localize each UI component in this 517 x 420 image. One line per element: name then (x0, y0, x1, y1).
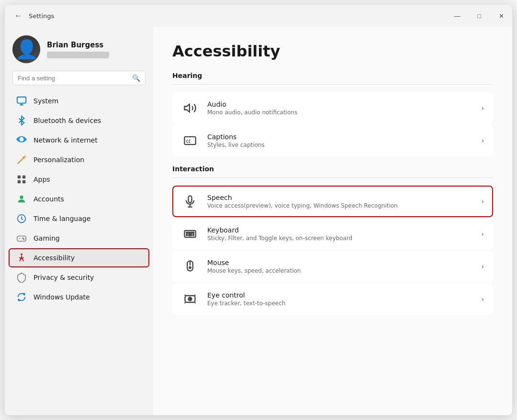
accessibility-icon (16, 253, 27, 263)
sidebar-item-time[interactable]: Time & language (9, 209, 149, 228)
network-icon (16, 135, 27, 145)
sidebar-item-gaming[interactable]: Gaming (9, 229, 149, 248)
mouse-text: Mouse Mouse keys, speed, acceleration (207, 259, 472, 274)
audio-desc: Mono audio, audio notifications (207, 109, 472, 116)
page-title: Accessibility (172, 42, 493, 60)
eye-control-card[interactable]: Eye control Eye tracker, text-to-speech … (172, 283, 493, 315)
bluetooth-icon (16, 115, 27, 126)
sidebar-label-gaming: Gaming (34, 234, 60, 242)
svg-point-26 (188, 232, 189, 233)
svg-rect-5 (22, 176, 25, 178)
captions-icon: CC (181, 132, 199, 149)
keyboard-text: Keyboard Sticky, Filter, and Toggle keys… (207, 226, 472, 242)
sidebar-label-time: Time & language (34, 215, 90, 222)
svg-line-3 (18, 156, 26, 164)
svg-rect-20 (189, 196, 192, 202)
main-layout: Brian Burgess 🔍 System (5, 27, 512, 415)
eye-control-title: Eye control (207, 291, 472, 299)
sidebar-label-apps: Apps (34, 176, 50, 183)
user-email (47, 52, 109, 58)
search-input[interactable] (18, 75, 129, 82)
speech-card[interactable]: Speech Voice access(preview), voice typi… (172, 186, 493, 217)
svg-point-25 (186, 232, 187, 233)
svg-rect-0 (17, 97, 26, 103)
svg-point-30 (186, 234, 187, 235)
close-button[interactable]: ✕ (490, 5, 512, 27)
interaction-section-label: Interaction (172, 165, 493, 173)
audio-card[interactable]: Audio Mono audio, audio notifications › (172, 92, 493, 124)
speech-title: Speech (207, 194, 472, 201)
avatar-image (12, 35, 40, 63)
user-profile[interactable]: Brian Burgess (5, 31, 153, 71)
eye-control-chevron: › (481, 295, 484, 303)
sidebar-item-bluetooth[interactable]: Bluetooth & devices (9, 111, 149, 130)
accounts-icon (16, 194, 27, 204)
sidebar-label-privacy: Privacy & security (34, 274, 94, 281)
maximize-button[interactable]: □ (468, 5, 490, 27)
search-container: 🔍 (5, 71, 153, 91)
sidebar-item-accounts[interactable]: Accounts (9, 189, 149, 209)
hearing-section: Hearing Audio (172, 72, 493, 156)
svg-point-35 (189, 267, 191, 269)
captions-title: Captions (207, 133, 472, 141)
eye-control-text: Eye control Eye tracker, text-to-speech (207, 291, 472, 307)
captions-chevron: › (481, 137, 484, 144)
captions-text: Captions Styles, live captions (207, 133, 472, 148)
update-icon (16, 292, 27, 302)
captions-desc: Styles, live captions (207, 142, 472, 148)
mouse-card[interactable]: Mouse Mouse keys, speed, acceleration › (172, 251, 493, 282)
keyboard-chevron: › (481, 230, 484, 238)
interaction-cards: Speech Voice access(preview), voice typi… (172, 186, 493, 315)
sidebar-item-privacy[interactable]: Privacy & security (9, 268, 149, 287)
sidebar-item-system[interactable]: System (9, 91, 149, 111)
audio-title: Audio (207, 100, 472, 108)
sidebar-item-accessibility[interactable]: Accessibility (9, 248, 149, 267)
sidebar-label-system: System (34, 97, 58, 105)
sidebar-label-network: Network & internet (34, 136, 98, 144)
user-info: Brian Burgess (47, 41, 109, 58)
svg-point-15 (21, 254, 22, 255)
audio-text: Audio Mono audio, audio notifications (207, 100, 472, 116)
audio-chevron: › (481, 104, 484, 112)
speech-icon (181, 193, 199, 210)
time-icon (16, 213, 27, 224)
keyboard-icon (181, 225, 199, 243)
back-button[interactable]: ← (11, 8, 26, 23)
interaction-divider (172, 177, 493, 178)
svg-rect-7 (22, 180, 25, 183)
sidebar: Brian Burgess 🔍 System (5, 27, 153, 415)
mouse-title: Mouse (207, 259, 472, 266)
window-title: Settings (29, 12, 54, 20)
sidebar-label-bluetooth: Bluetooth & devices (34, 117, 101, 124)
svg-point-27 (190, 232, 191, 233)
system-icon (16, 96, 27, 106)
hearing-divider (172, 84, 493, 85)
eye-control-icon (181, 290, 199, 308)
captions-card[interactable]: CC Captions Styles, live captions › (172, 125, 493, 156)
svg-rect-31 (189, 234, 192, 235)
search-box[interactable]: 🔍 (12, 71, 146, 85)
sidebar-label-accounts: Accounts (34, 195, 64, 203)
sidebar-item-network[interactable]: Network & internet (9, 131, 149, 150)
user-name: Brian Burgess (47, 41, 109, 49)
minimize-button[interactable]: — (446, 5, 468, 27)
svg-point-32 (193, 234, 194, 235)
svg-point-14 (23, 239, 24, 240)
sidebar-item-personalization[interactable]: Personalization (9, 150, 149, 169)
svg-marker-17 (184, 104, 190, 112)
sidebar-label-update: Windows Update (34, 293, 90, 301)
keyboard-card[interactable]: Keyboard Sticky, Filter, and Toggle keys… (172, 218, 493, 250)
personalization-icon (16, 155, 27, 165)
svg-point-38 (190, 298, 191, 300)
sidebar-label-personalization: Personalization (34, 156, 84, 164)
speech-chevron: › (481, 198, 484, 205)
svg-rect-6 (18, 180, 21, 183)
sidebar-item-apps[interactable]: Apps (9, 170, 149, 189)
keyboard-title: Keyboard (207, 226, 472, 234)
sidebar-item-update[interactable]: Windows Update (9, 287, 149, 307)
content-area: Accessibility Hearing (153, 27, 512, 415)
search-icon: 🔍 (132, 74, 140, 82)
svg-text:CC: CC (186, 139, 191, 144)
interaction-section: Interaction (172, 165, 493, 315)
nav-menu: System Bluetooth & devices Network & int… (5, 91, 153, 307)
